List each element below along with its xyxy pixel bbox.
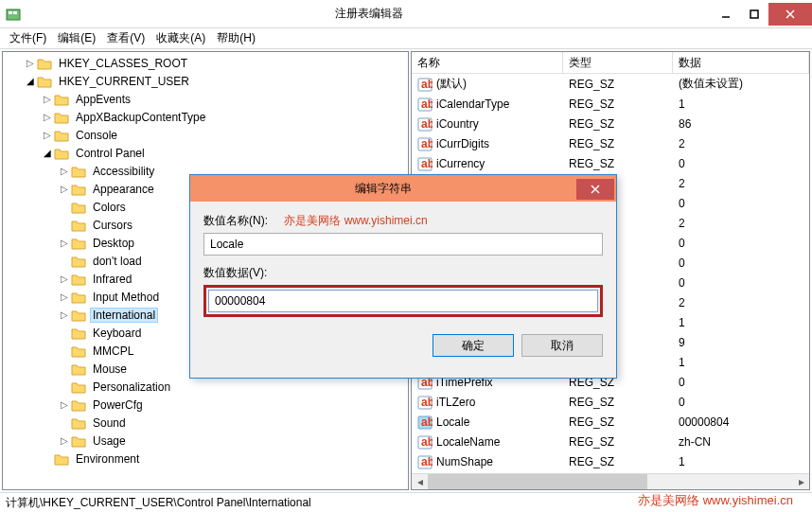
folder-icon bbox=[54, 129, 69, 142]
cell-name: abLocale bbox=[412, 415, 563, 430]
tree-item-label: Usage bbox=[90, 433, 129, 449]
cancel-button[interactable]: 取消 bbox=[521, 334, 603, 357]
scroll-right-icon[interactable]: ▸ bbox=[793, 474, 809, 489]
tree-item-label: Accessibility bbox=[90, 164, 157, 179]
tree-item-label: don't load bbox=[90, 254, 145, 269]
titlebar: 注册表编辑器 bbox=[0, 0, 812, 28]
expand-icon[interactable]: ▷ bbox=[58, 238, 71, 248]
cell-data: zh-CN bbox=[673, 435, 809, 449]
folder-icon bbox=[71, 237, 86, 250]
tree-item[interactable]: ◢HKEY_CURRENT_USER bbox=[7, 72, 408, 90]
expand-icon[interactable]: ▷ bbox=[58, 291, 71, 302]
edit-string-dialog: 编辑字符串 数值名称(N): 亦是美网络 www.yishimei.cn 数值数… bbox=[189, 174, 617, 379]
folder-icon bbox=[71, 309, 86, 322]
menu-favorites[interactable]: 收藏夹(A) bbox=[150, 28, 211, 48]
cell-data: 2 bbox=[673, 296, 809, 309]
cell-data: 00000804 bbox=[673, 415, 809, 429]
list-row[interactable]: abiCalendarTypeREG_SZ1 bbox=[412, 94, 809, 114]
expand-icon[interactable]: ▷ bbox=[58, 166, 71, 176]
folder-icon bbox=[54, 147, 69, 160]
column-type[interactable]: 类型 bbox=[563, 52, 673, 73]
tree-item[interactable]: ▷Console bbox=[7, 126, 408, 144]
regedit-icon bbox=[6, 7, 21, 22]
tree-item-label: Keyboard bbox=[90, 326, 144, 341]
column-data[interactable]: 数据 bbox=[673, 52, 809, 73]
horizontal-scrollbar[interactable]: ◂ ▸ bbox=[412, 473, 809, 489]
tree-item-label: Control Panel bbox=[73, 146, 148, 161]
list-row[interactable]: abiCountryREG_SZ86 bbox=[412, 114, 809, 133]
dialog-titlebar[interactable]: 编辑字符串 bbox=[190, 175, 616, 202]
scroll-track[interactable] bbox=[428, 474, 793, 489]
tree-item[interactable]: Personalization bbox=[7, 378, 408, 396]
cell-data: 0 bbox=[673, 396, 809, 409]
cell-name: abiCurrency bbox=[412, 156, 563, 171]
tree-item-label: Infrared bbox=[90, 272, 134, 287]
menu-view[interactable]: 查看(V) bbox=[101, 28, 150, 48]
menu-file[interactable]: 文件(F) bbox=[4, 28, 52, 48]
cell-name: abNumShape bbox=[412, 454, 563, 469]
column-name[interactable]: 名称 bbox=[412, 52, 563, 73]
expand-icon[interactable]: ▷ bbox=[58, 399, 71, 410]
menu-help[interactable]: 帮助(H) bbox=[211, 28, 261, 48]
window-controls bbox=[712, 3, 812, 26]
svg-text:ab: ab bbox=[421, 97, 432, 111]
expand-icon[interactable]: ▷ bbox=[58, 274, 71, 284]
collapse-icon[interactable]: ◢ bbox=[24, 76, 37, 86]
cell-data: 2 bbox=[673, 177, 809, 190]
tree-item[interactable]: ▷AppXBackupContentType bbox=[7, 108, 408, 126]
expand-icon[interactable]: ▷ bbox=[58, 435, 71, 446]
menu-edit[interactable]: 编辑(E) bbox=[52, 28, 101, 48]
maximize-button[interactable] bbox=[740, 3, 768, 26]
svg-text:ab: ab bbox=[421, 137, 432, 150]
expand-icon[interactable]: ▷ bbox=[58, 184, 71, 194]
collapse-icon[interactable]: ◢ bbox=[41, 148, 54, 158]
list-header: 名称 类型 数据 bbox=[412, 52, 809, 74]
dialog-title: 编辑字符串 bbox=[190, 181, 576, 197]
close-button[interactable] bbox=[768, 3, 812, 26]
list-row[interactable]: abNumShapeREG_SZ1 bbox=[412, 451, 809, 471]
cell-data: 0 bbox=[673, 376, 809, 389]
tree-item[interactable]: ▷AppEvents bbox=[7, 90, 408, 108]
cell-type: REG_SZ bbox=[563, 157, 673, 170]
list-row[interactable]: ab(默认)REG_SZ(数值未设置) bbox=[412, 74, 809, 94]
tree-item[interactable]: ◢Control Panel bbox=[7, 144, 408, 162]
value-name-input[interactable] bbox=[203, 233, 603, 256]
cell-data: 2 bbox=[673, 137, 809, 150]
tree-item[interactable]: ▷PowerCfg bbox=[7, 396, 408, 414]
dialog-body: 数值名称(N): 亦是美网络 www.yishimei.cn 数值数据(V): … bbox=[190, 202, 616, 368]
expand-icon[interactable]: ▷ bbox=[41, 130, 54, 140]
cell-data: 1 bbox=[673, 356, 809, 369]
list-row[interactable]: abLocaleNameREG_SZzh-CN bbox=[412, 432, 809, 451]
minimize-button[interactable] bbox=[712, 3, 740, 26]
expand-icon[interactable]: ▷ bbox=[58, 309, 71, 320]
expand-icon[interactable]: ▷ bbox=[24, 58, 37, 68]
tree-item[interactable]: ▷Usage bbox=[7, 432, 408, 450]
list-row[interactable]: abiCurrDigitsREG_SZ2 bbox=[412, 133, 809, 153]
svg-text:ab: ab bbox=[421, 117, 432, 131]
tree-item[interactable]: Environment bbox=[7, 450, 408, 468]
folder-icon bbox=[54, 452, 69, 466]
cell-name: abiTLZero bbox=[412, 395, 563, 410]
tree-item-label: HKEY_CURRENT_USER bbox=[56, 74, 192, 89]
cell-type: REG_SZ bbox=[563, 117, 673, 131]
list-row[interactable]: abLocaleREG_SZ00000804 bbox=[412, 412, 809, 432]
list-row[interactable]: abiCurrencyREG_SZ0 bbox=[412, 153, 809, 173]
tree-item-label: International bbox=[90, 308, 158, 323]
scroll-thumb[interactable] bbox=[428, 474, 647, 489]
ok-button[interactable]: 确定 bbox=[432, 334, 514, 357]
expand-icon[interactable]: ▷ bbox=[41, 112, 54, 122]
value-data-input[interactable] bbox=[208, 290, 598, 312]
svg-rect-1 bbox=[9, 11, 12, 14]
string-value-icon: ab bbox=[417, 395, 432, 410]
string-value-icon: ab bbox=[417, 97, 432, 112]
tree-item[interactable]: ▷HKEY_CLASSES_ROOT bbox=[7, 54, 408, 72]
scroll-left-icon[interactable]: ◂ bbox=[412, 474, 428, 489]
svg-text:ab: ab bbox=[421, 415, 432, 429]
expand-icon[interactable]: ▷ bbox=[41, 94, 54, 104]
svg-text:ab: ab bbox=[421, 435, 432, 449]
list-row[interactable]: abiTLZeroREG_SZ0 bbox=[412, 392, 809, 412]
cell-data: 1 bbox=[673, 455, 809, 468]
folder-icon bbox=[71, 362, 86, 376]
tree-item[interactable]: Sound bbox=[7, 414, 408, 432]
dialog-close-button[interactable] bbox=[576, 179, 614, 200]
